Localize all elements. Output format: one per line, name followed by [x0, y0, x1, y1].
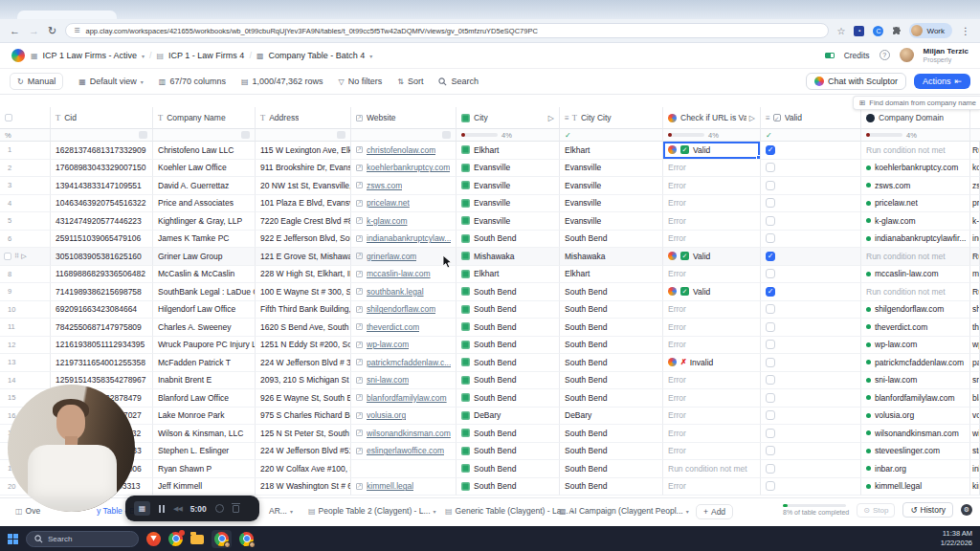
filters-button[interactable]: ▽ No filters [339, 77, 383, 86]
extension-icon-1[interactable]: ▪ [854, 26, 864, 36]
cell-company-domain[interactable]: shilgendorflaw.com [861, 301, 970, 320]
summary-icon[interactable] [241, 131, 250, 139]
cell-check-url[interactable]: Error [663, 160, 761, 178]
cell-next-column-sliver[interactable]: Run condition not met [970, 142, 980, 160]
cell-check-url[interactable]: ✓Valid [663, 248, 761, 266]
brave-icon[interactable] [146, 532, 161, 546]
cell-city-city[interactable]: Evansville [560, 195, 663, 213]
column-header-domain[interactable]: Company Domain [861, 107, 970, 129]
cell-company-domain[interactable]: Run condition not met [861, 283, 970, 301]
website-link[interactable]: volusia.org [367, 410, 406, 420]
cell-city[interactable]: South Bend [457, 372, 560, 390]
cell-company-name[interactable]: Lake Monroe Park [153, 408, 256, 426]
cell-address[interactable]: 975 S Charles Richard Beall ... [256, 408, 351, 426]
cell-company-domain[interactable]: k-glaw.com [861, 212, 970, 231]
cell-check-url[interactable]: Error [663, 212, 761, 231]
cell-city-city[interactable]: South Bend [560, 301, 663, 320]
cell-city[interactable]: South Bend [457, 319, 560, 337]
cell-next-column-sliver[interactable]: pricelaw.net [970, 195, 980, 213]
cell-city[interactable]: Evansville [457, 160, 560, 178]
actions-button[interactable]: Actions ⇤ [914, 74, 970, 89]
sort-button[interactable]: ⇅ Sort [397, 77, 423, 86]
valid-checkbox[interactable] [766, 198, 775, 208]
cell-website[interactable]: koehlerbankruptcy.com [351, 160, 457, 178]
cell-cid[interactable]: 11689886829336506482 [51, 266, 153, 284]
cell-city[interactable]: South Bend [457, 389, 560, 408]
cell-city-city[interactable]: South Bend [560, 283, 663, 301]
summary-icon[interactable] [442, 131, 451, 139]
cell-check-url[interactable]: Error [663, 425, 761, 443]
view-selector[interactable]: ▦ Default view ▾ [78, 77, 144, 86]
cell-valid[interactable] [761, 195, 861, 213]
reload-icon[interactable]: ↻ [48, 25, 56, 37]
address-bar[interactable]: ☰ app.clay.com/workspaces/421655/workboo… [65, 23, 828, 38]
cell-company-domain[interactable]: wilsonandkinsman.com [861, 425, 970, 443]
clay-logo-icon[interactable] [11, 49, 25, 62]
back-icon[interactable]: ← [10, 25, 20, 36]
browser-tab[interactable] [17, 11, 117, 19]
cell-next-column-sliver[interactable]: inbar.org [970, 460, 980, 478]
cell-company-name[interactable]: David A. Guerrettaz [153, 177, 256, 195]
cell-city-city[interactable]: South Bend [560, 460, 663, 478]
delete-recording-icon[interactable] [233, 505, 239, 513]
cell-next-column-sliver[interactable]: mccaslin-law.com [970, 266, 980, 284]
cell-cid[interactable]: 12161938051112934395 [51, 337, 153, 355]
cell-company-domain[interactable]: zsws.com [861, 177, 970, 195]
cell-next-column-sliver[interactable]: shilgendorflaw.com [970, 301, 980, 320]
cell-website[interactable]: wp-law.com [351, 337, 457, 355]
cell-valid[interactable] [761, 408, 861, 426]
cell-cid[interactable]: 10463463920754516322 [51, 195, 153, 213]
cell-address[interactable]: 100 E Wayne St # 300, Sout... [256, 283, 351, 301]
cell-address[interactable]: 926 E Wayne St, South Ben... [256, 389, 351, 408]
row-number-cell[interactable]: 4 [0, 195, 51, 213]
cell-company-domain[interactable]: indianabankruptcylawfir... [861, 231, 970, 249]
cell-company-name[interactable]: Christofeno Law LLC [153, 142, 256, 160]
cell-valid[interactable]: ✓ [761, 142, 861, 160]
cell-company-name[interactable]: McFadden Patrick T [153, 354, 256, 372]
website-link[interactable]: kimmell.legal [367, 481, 413, 491]
cell-website[interactable]: volusia.org [351, 408, 457, 426]
gear-icon[interactable]: ⚙ [961, 504, 972, 516]
cell-cid[interactable]: 1394143833147109551 [51, 177, 153, 195]
column-header-address[interactable]: TAddress [256, 107, 351, 129]
valid-checkbox[interactable] [766, 393, 775, 403]
cell-address[interactable]: 922 E Jefferson Blvd, South ... [256, 231, 351, 249]
row-number-cell[interactable]: ⠿▷ [0, 248, 51, 266]
valid-checkbox[interactable] [766, 304, 775, 314]
row-number-cell[interactable]: 1 [0, 142, 51, 160]
taskbar-search[interactable]: Search [26, 531, 139, 547]
valid-checkbox[interactable] [766, 429, 775, 438]
website-link[interactable]: sni-law.com [367, 375, 409, 385]
cell-next-column-sliver[interactable]: k-glaw.com [970, 212, 980, 231]
cell-city[interactable]: South Bend [457, 460, 560, 478]
cell-website[interactable]: indianabankruptcylaw... [351, 231, 457, 249]
cell-address[interactable]: 911 Brookshire Dr, Evansvill... [256, 160, 351, 178]
row-number-cell[interactable]: 13 [0, 354, 51, 372]
cell-website[interactable]: southbank.legal [351, 283, 457, 301]
cell-address[interactable]: 224 W Jefferson Blvd #517, ... [256, 443, 351, 461]
website-link[interactable]: shilgendorflaw.com [367, 304, 435, 314]
search-button[interactable]: Search [438, 77, 479, 86]
site-info-icon[interactable]: ☰ [74, 27, 79, 34]
cell-address[interactable]: 115 W Lexington Ave, Elkha... [256, 142, 351, 160]
chat-with-sculptor-button[interactable]: Chat with Sculptor [806, 73, 906, 90]
valid-checkbox[interactable] [766, 322, 775, 332]
cell-city-city[interactable]: Mishawaka [560, 248, 663, 266]
valid-checkbox[interactable]: ✓ [766, 252, 775, 261]
cell-next-column-sliver[interactable]: kimmell.legal [970, 478, 980, 496]
selection-fill-handle[interactable] [756, 155, 761, 160]
cell-company-domain[interactable]: steveeslinger.com [861, 443, 970, 461]
cell-city-city[interactable]: Evansville [560, 160, 663, 178]
website-link[interactable]: patrickmcfaddenlaw.c... [367, 358, 451, 367]
cell-city-city[interactable]: Evansville [560, 212, 663, 231]
tab-ai-campaign[interactable]: ▩ AI Campaign (Claygent Peopl... ▾ [559, 506, 689, 516]
cell-next-column-sliver[interactable]: sni-law.com [970, 372, 980, 390]
cell-company-domain[interactable]: mccaslin-law.com [861, 266, 970, 284]
cell-website[interactable]: zsws.com [351, 177, 457, 195]
cell-city[interactable]: South Bend [457, 354, 560, 372]
column-header-valid[interactable]: ≡✓Valid [761, 107, 861, 129]
cell-address[interactable]: 228 W High St, Elkhart, IN 4... [256, 266, 351, 284]
extension-icon-2[interactable]: C [873, 26, 883, 36]
cell-company-domain[interactable]: wp-law.com [861, 337, 970, 355]
row-number-cell[interactable]: 3 [0, 177, 51, 195]
